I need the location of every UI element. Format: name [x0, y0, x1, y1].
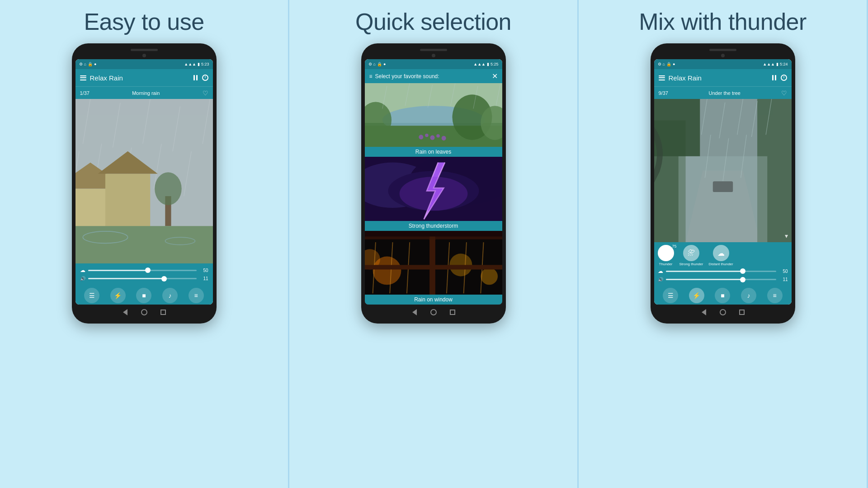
thunder-icon-distant[interactable]: ☁ Distant thunder	[708, 245, 733, 266]
battery-icon-3: ▮	[776, 62, 778, 66]
list-icon-2: ≡	[369, 73, 373, 80]
app-bar-icons-1	[193, 75, 208, 81]
tab-music-1[interactable]: ♪	[162, 288, 178, 303]
selection-header-2: ≡ Select your favorite sound: ✕	[365, 69, 502, 83]
sound-name-2: Strong thunderstorm	[365, 221, 502, 231]
svg-point-36	[430, 136, 434, 140]
vol-slider-row-3: 🔊 11	[658, 277, 788, 282]
thunder-circle-strong: ⛈	[683, 245, 699, 261]
dot-icon-3: ●	[673, 62, 675, 66]
track-name-1: Morning rain	[132, 90, 160, 96]
lock-icon-3: 🔒	[666, 62, 671, 66]
nav-recent-2[interactable]	[448, 308, 457, 316]
thunder-mixer-3: 75 ⛈ Thunder ⛈ Strong thunder ☁ Distant …	[654, 242, 792, 286]
tab-list-3[interactable]: ☰	[663, 288, 678, 303]
sound-name-3: Rain on window	[365, 295, 502, 305]
app-bar-3: Relax Rain	[654, 69, 792, 86]
close-icon-2[interactable]: ✕	[492, 72, 498, 80]
clock-button-3[interactable]	[781, 75, 787, 81]
sound-item-3[interactable]: Rain on window	[365, 231, 502, 305]
nav-recent-1[interactable]	[159, 308, 167, 316]
hamburger-icon-1[interactable]	[80, 75, 86, 80]
status-bar-2: ⚙ ⌂ 🔒 ● ▲▲▲ ▮ 5:25	[365, 59, 502, 69]
thunder-label-strong: Strong thunder	[679, 262, 703, 266]
status-bar-1: ⚙ ⌂ 🔒 ● ▲▲▲ ▮ 5:23	[75, 59, 213, 69]
panel-mix-thunder: Mix with thunder ⚙ ⌂ 🔒 ● ▲▲▲ ▮ 5:24	[579, 0, 868, 488]
rain-svg-1	[75, 99, 213, 263]
tab-fav-3[interactable]: ≡	[767, 288, 783, 303]
tab-bolt-1[interactable]: ⚡	[110, 288, 126, 303]
app-bar-icons-3	[772, 75, 787, 81]
svg-point-34	[419, 135, 423, 139]
heart-icon-1[interactable]: ♡	[203, 89, 208, 97]
rain-scene-1	[75, 99, 213, 263]
cloud-slider-thumb-3	[740, 268, 745, 274]
bottom-tabs-1: ☰ ⚡ ■ ♪ ≡	[75, 286, 213, 305]
thunder-scene	[365, 157, 502, 230]
home-icon-2: ⌂	[373, 62, 376, 66]
bottom-tabs-3: ☰ ⚡ ■ ♪ ≡	[654, 286, 792, 305]
vol-slider-fill-3	[666, 279, 743, 280]
tab-music-3[interactable]: ♪	[741, 288, 756, 303]
tab-bolt-3[interactable]: ⚡	[689, 288, 704, 303]
nav-back-3[interactable]	[700, 308, 708, 316]
nav-recent-3[interactable]	[738, 308, 746, 316]
nav-home-2[interactable]	[429, 308, 438, 316]
status-icons-left-3: ⚙ ⌂ 🔒 ●	[658, 62, 675, 66]
vol-icon-3: 🔊	[658, 277, 663, 282]
nav-home-3[interactable]	[719, 308, 727, 316]
phone-camera-2	[432, 54, 435, 57]
nav-back-2[interactable]	[410, 308, 419, 316]
phone-nav-1	[75, 305, 213, 318]
phone-nav-3	[654, 305, 792, 318]
pause-button-1[interactable]	[193, 75, 198, 80]
hamburger-icon-3[interactable]	[659, 75, 665, 80]
pause-button-3[interactable]	[772, 75, 776, 80]
dot-icon-2: ●	[383, 62, 386, 66]
tab-stop-3[interactable]: ■	[715, 288, 730, 303]
sound-item-2[interactable]: Strong thunderstorm	[365, 157, 502, 230]
vol-slider-fill-1	[88, 278, 164, 279]
status-bar-3: ⚙ ⌂ 🔒 ● ▲▲▲ ▮ 5:24	[654, 59, 792, 69]
thunder-circle-distant: ☁	[713, 245, 729, 261]
svg-point-35	[425, 134, 429, 137]
window-scene	[365, 231, 502, 305]
status-icons-left-1: ⚙ ⌂ 🔒 ●	[79, 62, 97, 66]
selection-list-2: ≡ Select your favorite sound: ✕	[365, 69, 502, 305]
vol-slider-track-3[interactable]	[666, 279, 776, 280]
phone-screen-1: ⚙ ⌂ 🔒 ● ▲▲▲ ▮ 5:23 Relax Rain	[75, 59, 213, 305]
nav-home-1[interactable]	[140, 308, 148, 316]
heart-icon-3[interactable]: ♡	[781, 89, 787, 97]
thunder-icon-strong[interactable]: ⛈ Strong thunder	[679, 245, 703, 266]
battery-icon-2: ▮	[487, 62, 489, 66]
sound-name-1: Rain on leaves	[365, 147, 502, 157]
phone-notch-1	[131, 49, 158, 51]
vol-slider-row-1: 🔊 11	[80, 276, 208, 281]
thunder-level-value: 75	[672, 244, 676, 249]
tab-list-1[interactable]: ☰	[84, 288, 99, 303]
phone-3: ⚙ ⌂ 🔒 ● ▲▲▲ ▮ 5:24 Relax Rain	[651, 43, 795, 324]
thunder-icon-thunder[interactable]: 75 ⛈ Thunder	[658, 245, 674, 266]
panel-quick-selection: Quick selection ⚙ ⌂ 🔒 ● ▲▲▲ ▮ 5:25	[289, 0, 579, 488]
phone-camera-3	[721, 54, 725, 57]
clock-button-1[interactable]	[202, 75, 208, 81]
phone-nav-2	[365, 305, 502, 318]
nav-back-1[interactable]	[121, 308, 129, 316]
vol-slider-track-1[interactable]	[88, 278, 197, 279]
phone-2: ⚙ ⌂ 🔒 ● ▲▲▲ ▮ 5:25 ≡ Select your favorit…	[361, 43, 506, 324]
tab-fav-1[interactable]: ≡	[189, 288, 204, 303]
chevron-down-icon-3[interactable]: ▾	[785, 232, 788, 239]
time-1: 5:23	[201, 62, 209, 66]
vol-slider-thumb-3	[740, 277, 745, 282]
sound-item-1[interactable]: Rain on leaves	[365, 83, 502, 157]
svg-point-50	[399, 177, 467, 211]
cloud-icon-1: ☁	[80, 267, 85, 273]
cloud-slider-track-3[interactable]	[666, 271, 776, 272]
cloud-slider-track-1[interactable]	[88, 270, 197, 271]
settings-icon-3: ⚙	[658, 62, 661, 66]
tab-stop-1[interactable]: ■	[136, 288, 151, 303]
panel-title-1: Easy to use	[84, 8, 204, 35]
home-icon-3: ⌂	[663, 62, 665, 66]
settings-icon-1: ⚙	[79, 62, 83, 66]
home-icon-1: ⌂	[84, 62, 86, 66]
